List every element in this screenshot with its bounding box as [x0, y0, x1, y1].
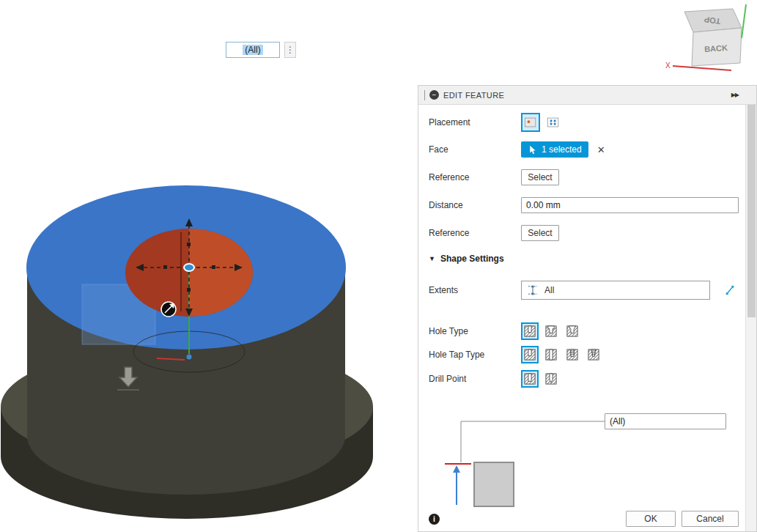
- page: { "floating_input": { "value": "(All)" }…: [0, 0, 757, 532]
- hole-tap-type-label: Hole Tap Type: [429, 350, 521, 360]
- flip-direction-button[interactable]: [723, 284, 736, 297]
- flip-icon: [723, 284, 736, 297]
- edit-feature-dialog: − EDIT FEATURE ▶▶ Placement Face 1 se: [418, 85, 757, 532]
- multiple-holes-icon: [545, 114, 561, 130]
- x-axis-label: X: [665, 62, 671, 70]
- cursor-icon: [528, 145, 537, 155]
- face-label: Face: [429, 144, 521, 155]
- ok-button[interactable]: OK: [626, 511, 676, 527]
- hole-tap-type-row: Hole Tap Type: [429, 345, 739, 364]
- single-hole-icon: [522, 114, 539, 130]
- tapped-hole-icon: [565, 347, 580, 362]
- rotate-handle-icon[interactable]: [161, 302, 176, 317]
- hole-type-label: Hole Type: [429, 326, 521, 336]
- taper-tapped-hole-icon: [586, 347, 601, 362]
- reference-bottom-select-button[interactable]: Select: [521, 225, 559, 241]
- hole-type-countersink-button[interactable]: [564, 322, 581, 340]
- floating-extent-input-group: (All) ⋮: [226, 42, 296, 58]
- extents-value: All: [544, 285, 554, 295]
- viewcube-front-label: BACK: [704, 43, 728, 53]
- countersink-icon: [565, 324, 580, 339]
- counterbore-icon: [544, 324, 558, 339]
- reference-top-label: Reference: [429, 172, 521, 182]
- face-selection-button[interactable]: 1 selected: [521, 141, 588, 158]
- extents-dropdown[interactable]: All: [521, 281, 710, 300]
- scrollbar-thumb[interactable]: [747, 105, 756, 317]
- shape-settings-label: Shape Settings: [440, 254, 504, 264]
- tap-type-simple-button[interactable]: [521, 346, 539, 363]
- extent-mini-value: (All): [243, 45, 262, 55]
- simple-hole-icon: [522, 324, 537, 339]
- chevron-down-icon: ▼: [429, 255, 435, 262]
- reference-bottom-label: Reference: [429, 228, 521, 238]
- reference-bottom-row: Reference Select: [429, 223, 739, 243]
- dialog-footer: i OK Cancel: [429, 510, 739, 528]
- face-row: Face 1 selected ✕: [429, 140, 739, 159]
- angle-drill-point-icon: [544, 372, 558, 386]
- reference-top-select-button[interactable]: Select: [521, 169, 559, 185]
- through-all-icon: [526, 284, 539, 297]
- hole-type-simple-button[interactable]: [521, 322, 539, 340]
- shape-settings-header[interactable]: ▼ Shape Settings: [429, 251, 739, 267]
- pin-right-icon[interactable]: ▶▶: [731, 92, 739, 98]
- hole-center-point[interactable]: [187, 355, 192, 360]
- tap-type-tapped-button[interactable]: [564, 346, 581, 363]
- y-axis-indicator: [742, 4, 746, 38]
- center-point-handle[interactable]: [184, 264, 194, 271]
- drill-point-angle-button[interactable]: [542, 370, 560, 388]
- flat-drill-point-icon: [522, 372, 537, 386]
- x-axis-indicator: [673, 66, 731, 70]
- diagram-extent-input[interactable]: [605, 413, 726, 429]
- tap-type-clearance-button[interactable]: [542, 346, 560, 363]
- clearance-tap-icon: [544, 347, 558, 362]
- 3d-viewport[interactable]: [0, 165, 381, 531]
- dialog-header[interactable]: − EDIT FEATURE ▶▶: [418, 86, 756, 105]
- distance-input[interactable]: [521, 197, 739, 213]
- viewcube[interactable]: TOP BACK X: [660, 0, 757, 81]
- face-selection-count: 1 selected: [542, 144, 582, 155]
- placement-row: Placement: [429, 112, 739, 133]
- hole-type-counterbore-button[interactable]: [542, 322, 560, 340]
- drill-point-flat-button[interactable]: [521, 370, 539, 388]
- drill-point-label: Drill Point: [429, 374, 521, 384]
- collapse-icon[interactable]: −: [429, 90, 439, 100]
- tap-type-taper-tapped-button[interactable]: [585, 346, 602, 363]
- placement-single-hole-button[interactable]: [521, 113, 540, 132]
- drill-point-row: Drill Point: [429, 369, 739, 388]
- placement-label: Placement: [429, 117, 521, 128]
- info-icon[interactable]: i: [429, 514, 440, 525]
- drag-handle[interactable]: [424, 90, 425, 100]
- distance-row: Distance: [429, 196, 739, 215]
- hole-type-row: Hole Type: [429, 322, 739, 341]
- cancel-button[interactable]: Cancel: [682, 511, 739, 527]
- kebab-menu-icon[interactable]: ⋮: [284, 42, 296, 58]
- diagram-hole-section: [474, 462, 514, 506]
- distance-label: Distance: [429, 200, 521, 210]
- reference-top-row: Reference Select: [429, 168, 739, 187]
- extent-mini-input[interactable]: (All): [226, 42, 280, 58]
- dialog-title: EDIT FEATURE: [443, 91, 504, 100]
- extents-row: Extents All: [429, 279, 739, 301]
- placement-multiple-holes-button[interactable]: [544, 113, 563, 132]
- dialog-scrollbar[interactable]: [745, 105, 756, 531]
- simple-tap-icon: [522, 347, 537, 362]
- clear-selection-icon[interactable]: ✕: [597, 144, 605, 155]
- extents-label: Extents: [429, 285, 521, 295]
